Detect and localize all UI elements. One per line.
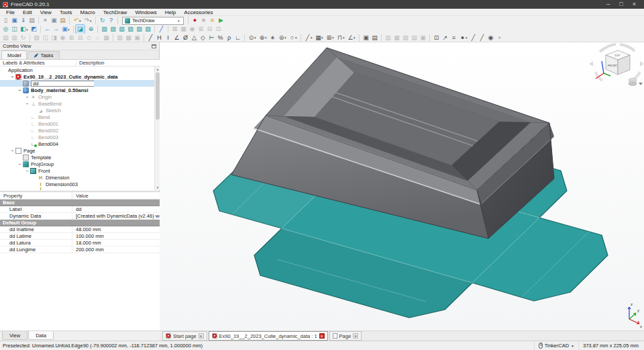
expander-open-icon[interactable]: ›	[10, 74, 15, 80]
cut-button[interactable]: ×	[41, 16, 50, 25]
macro-play-button[interactable]: ▶	[217, 16, 225, 25]
nav-style-selector[interactable]: TinkerCAD ▼	[534, 341, 578, 350]
nav-forward-button[interactable]: →	[52, 25, 60, 34]
menu-help[interactable]: Help	[161, 9, 180, 15]
tree-item-body-material-0-50ansi[interactable]: ›Body_material_0.50ansi	[0, 87, 154, 93]
td-axo-length-button[interactable]: ╱	[469, 34, 478, 42]
menu-accessories[interactable]: Accessories	[180, 9, 217, 15]
tree-item-bend001[interactable]: Bend001	[0, 120, 154, 127]
menu-macro[interactable]: Macro	[76, 9, 99, 15]
tab-data[interactable]: Data	[28, 331, 54, 340]
menu-techdraw[interactable]: TechDraw	[99, 9, 131, 15]
td-dim-length-button[interactable]: ╱	[146, 34, 155, 42]
menu-tools[interactable]: Tools	[56, 9, 76, 15]
tree-item-origin[interactable]: ›Origin	[0, 93, 154, 100]
close-tab-icon[interactable]: ×	[353, 333, 358, 339]
td-dim-extent-button[interactable]: ⊢	[207, 34, 216, 42]
nav-cube-menu-arrow[interactable]	[639, 83, 643, 85]
tree-item-dimension003[interactable]: Dimension003	[0, 181, 154, 187]
td-weld-symbol-button[interactable]: ⊓	[335, 34, 344, 42]
tree-item-application[interactable]: Application	[0, 67, 154, 73]
nav-back-button[interactable]: ←	[43, 25, 52, 34]
menu-windows[interactable]: Windows	[131, 9, 160, 15]
new-document-button[interactable]: ▯	[1, 16, 10, 25]
expander-open-icon[interactable]: ›	[10, 148, 15, 154]
fit-all-button[interactable]: ◎	[1, 25, 10, 34]
expander-open-icon[interactable]: ›	[17, 87, 22, 93]
td-show-all-edges-button[interactable]: ⊞	[325, 34, 333, 42]
tree-item-template[interactable]: Template	[0, 154, 154, 161]
tree-scrollbar[interactable]: ▲ ▼	[154, 67, 160, 190]
tab-tasks[interactable]: Tasks	[28, 51, 59, 59]
macro-record-button[interactable]: ●	[191, 16, 199, 25]
expander-open-icon[interactable]: ›	[17, 161, 22, 167]
whats-this-button[interactable]: ?	[107, 16, 115, 25]
tree-item-clipped[interactable]	[0, 187, 154, 190]
tree-item-page[interactable]: ›Page	[0, 147, 154, 154]
td-stack-button[interactable]: ●	[458, 34, 467, 42]
tab-model[interactable]: Model	[1, 50, 27, 59]
tree-item-bend003[interactable]: Bend003	[0, 134, 154, 140]
property-row[interactable]: dd Inaltime48.000 mm	[0, 226, 160, 233]
tree-item-ex90-19-2-2023-cutie-dynamic-data[interactable]: ›Ex90_19__2_2023_Cutie_dynamic_data	[0, 73, 154, 80]
refresh-button[interactable]: ↻	[98, 16, 107, 25]
property-value[interactable]: 48.000 mm	[72, 226, 160, 232]
td-select-tool-button[interactable]: ⊡	[432, 34, 441, 42]
copy-button[interactable]: ▣	[50, 16, 58, 25]
tree-rename-input[interactable]: dd	[31, 81, 101, 87]
property-row[interactable]: dd Latime100.000 mm	[0, 233, 160, 240]
view-bottom-button[interactable]: ▧	[135, 25, 144, 34]
view-top-button[interactable]: ▧	[109, 25, 117, 34]
measure-distance-button[interactable]: ╱	[157, 25, 166, 34]
td-dim-chain-button[interactable]: ∟	[233, 34, 242, 42]
property-row[interactable]: Dynamic Data[Created with DynamicData (v…	[0, 213, 160, 220]
expander-open-icon[interactable]: ›	[25, 168, 30, 174]
td-dim-angle-button[interactable]: ∠	[172, 34, 181, 42]
td-dim-radius-button[interactable]: △	[190, 34, 199, 42]
property-value[interactable]: 100.000 mm	[72, 233, 160, 239]
navigation-cube[interactable]: TOP FRONT	[589, 44, 644, 86]
undo-button[interactable]: ↶	[72, 16, 80, 25]
property-group-default-group[interactable]: Default Group	[0, 220, 160, 226]
td-link-dim-button[interactable]: ↗	[441, 34, 449, 42]
tree-item-dd[interactable]: dd	[0, 80, 154, 87]
td-export-page-button[interactable]: ▤	[370, 34, 379, 42]
maximize-button[interactable]: □	[619, 0, 623, 9]
float-panel-icon[interactable]	[152, 44, 156, 48]
td-dim-horizontal-button[interactable]: H	[155, 34, 164, 42]
menu-file[interactable]: File	[2, 9, 19, 15]
view-front-button[interactable]: ▧	[100, 25, 109, 34]
document-tab[interactable]: Start page×	[162, 331, 207, 341]
rotate-arrow-top-right[interactable]	[620, 44, 635, 51]
rotate-arrow-left[interactable]	[589, 61, 593, 67]
fit-selection-button[interactable]: ◫	[10, 25, 19, 34]
minimize-button[interactable]: –	[606, 0, 610, 9]
view-left-button[interactable]: ▧	[144, 25, 152, 34]
property-value[interactable]: [Created with DynamicData (v2.46) workbe…	[72, 213, 160, 219]
property-value[interactable]: 200.000 mm	[72, 247, 160, 253]
td-face-centerline-button[interactable]: ⊚	[277, 34, 286, 42]
paste-button[interactable]: ▤	[58, 16, 67, 25]
td-toggle-frames-button[interactable]: ▣	[362, 34, 370, 42]
td-cosmetic-vertex-button[interactable]: ∗	[268, 34, 277, 42]
macro-debug-button[interactable]: ≡	[208, 16, 217, 25]
td-customize-button[interactable]: ≡	[449, 34, 458, 42]
td-dim-vertical-button[interactable]: I	[164, 34, 172, 42]
tree-item-dimension[interactable]: Dimension	[0, 174, 154, 181]
property-row[interactable]: dd Lungime200.000 mm	[0, 247, 160, 253]
property-value[interactable]: 18.000 mm	[72, 240, 160, 246]
td-centerline-button[interactable]: ⊕	[258, 34, 266, 42]
td-box-button[interactable]: ▫	[495, 34, 504, 42]
scroll-down-icon[interactable]: ▼	[155, 185, 160, 190]
close-tab-icon[interactable]: ×	[199, 333, 204, 339]
tree-item-bend004[interactable]: Bend004	[0, 140, 154, 147]
workbench-selector[interactable]: TechDraw▾	[122, 17, 184, 25]
document-tab[interactable]: Ex90_19__2_2023_Cutie_dynamic_data : 1×	[209, 331, 328, 341]
td-dim-3pt-angle-button[interactable]: ◇	[199, 34, 207, 42]
expander-closed-icon[interactable]: ›	[24, 95, 30, 99]
print-button[interactable]: ▤	[28, 16, 36, 25]
td-target-button[interactable]: ◉	[486, 34, 495, 42]
close-tab-icon[interactable]: ×	[319, 333, 325, 339]
scroll-up-icon[interactable]: ▲	[155, 67, 160, 72]
td-change-appearance-button[interactable]: ▦	[314, 34, 323, 42]
